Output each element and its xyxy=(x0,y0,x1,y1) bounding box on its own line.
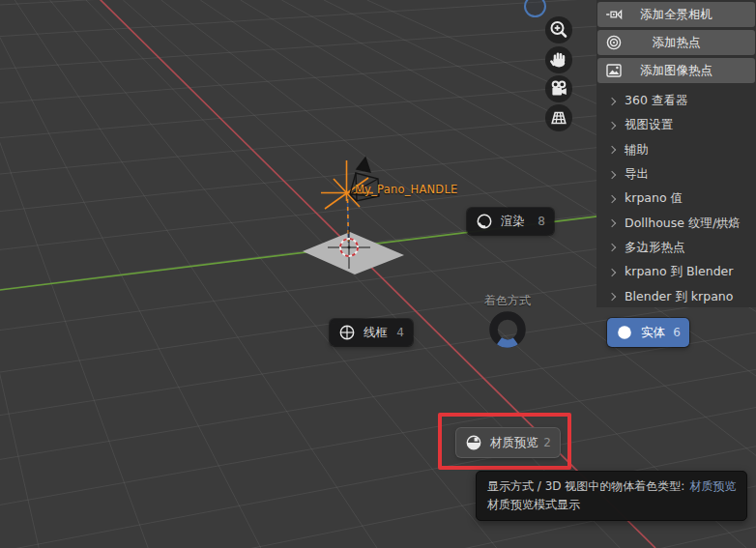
toggle-grid-ortho-button[interactable] xyxy=(545,104,572,131)
chevron-right-icon xyxy=(608,268,616,275)
zoom-icon xyxy=(545,16,572,43)
image-hotspot-icon xyxy=(605,62,623,79)
sidebar-item-export[interactable]: 导出 xyxy=(596,162,756,187)
chevron-right-icon xyxy=(608,97,616,104)
plane-object[interactable] xyxy=(303,232,404,274)
add-image-hotspot-button[interactable]: 添加图像热点 xyxy=(597,58,755,83)
sidebar-item-assist[interactable]: 辅助 xyxy=(596,138,756,162)
chevron-right-icon xyxy=(608,122,616,130)
add-image-hotspot-label: 添加图像热点 xyxy=(640,63,712,79)
pan-button[interactable] xyxy=(545,46,572,73)
add-panorama-camera-button[interactable]: 添加全景相机 xyxy=(597,2,755,27)
sidebar-item-view-settings[interactable]: 视图设置 xyxy=(596,113,756,137)
add-panorama-camera-label: 添加全景相机 xyxy=(640,7,712,23)
sidebar-item-polygon-hotspot[interactable]: 多边形热点 xyxy=(596,236,756,260)
sidebar-item-blender-to-krpano[interactable]: Blender 到 krpano xyxy=(596,284,756,308)
chevron-right-icon xyxy=(608,219,616,227)
sidebar-sections: 360 查看器 视图设置 辅助 导出 krpano 值 Dollhouse 纹理… xyxy=(596,89,756,309)
red-highlight-box xyxy=(438,413,571,470)
tooltip-line1: 显示方式 / 3D 视图中的物体着色类型:材质预览 xyxy=(487,477,736,496)
hotspot-target-icon xyxy=(605,34,623,51)
pie-item-label: 实体 xyxy=(641,325,665,341)
chevron-right-icon xyxy=(608,146,616,154)
solid-sphere-icon xyxy=(616,324,633,341)
add-hotspot-label: 添加热点 xyxy=(653,35,701,51)
sidebar-panel: 添加全景相机 添加热点 添加图像热点 360 查看器 xyxy=(596,0,756,307)
chevron-right-icon xyxy=(608,170,616,178)
object-name-label: My_Pano_HANDLE xyxy=(355,183,457,196)
orbit-gizmo-axis-ball[interactable] xyxy=(524,0,546,17)
pan-hand-icon xyxy=(545,46,572,73)
tooltip-line2: 材质预览模式显示 xyxy=(487,496,736,514)
zoom-button[interactable] xyxy=(545,16,572,43)
pie-item-label: 线框 xyxy=(363,325,388,341)
tooltip-value: 材质预览 xyxy=(689,479,736,493)
sidebar-item-krpano-values[interactable]: krpano 值 xyxy=(596,187,756,211)
grid-ortho-icon xyxy=(545,104,572,131)
chevron-right-icon xyxy=(608,293,616,301)
pie-item-wireframe[interactable]: 线框 4 xyxy=(330,319,413,346)
sidebar-item-dollhouse-bake[interactable]: Dollhouse 纹理/烘焙 xyxy=(596,211,756,235)
chevron-right-icon xyxy=(608,195,616,203)
sidebar-item-krpano-to-blender[interactable]: krpano 到 Blender xyxy=(596,260,756,284)
camera-view-button[interactable] xyxy=(545,75,572,102)
relationship-dashed-line xyxy=(348,199,349,243)
pie-item-hotkey: 8 xyxy=(538,215,545,228)
panorama-camera-icon xyxy=(605,6,623,23)
rendered-sphere-icon xyxy=(476,213,493,230)
tooltip: 显示方式 / 3D 视图中的物体着色类型:材质预览 材质预览模式显示 xyxy=(476,471,747,521)
3d-cursor[interactable] xyxy=(328,227,370,269)
pie-item-label: 渲染 xyxy=(501,214,525,230)
sidebar-item-360-viewer[interactable]: 360 查看器 xyxy=(596,89,756,113)
add-hotspot-button[interactable]: 添加热点 xyxy=(597,30,755,55)
pie-item-hotkey: 6 xyxy=(673,326,681,339)
pie-item-rendered[interactable]: 渲染 8 xyxy=(467,208,554,235)
pie-menu-ring[interactable] xyxy=(484,306,531,353)
pie-item-solid[interactable]: 实体 6 xyxy=(607,318,689,347)
camera-view-icon xyxy=(545,75,572,102)
pie-item-hotkey: 4 xyxy=(396,326,404,339)
blender-3d-viewport: My_Pano_HANDLE xyxy=(0,0,756,548)
wireframe-sphere-icon xyxy=(338,324,356,341)
chevron-right-icon xyxy=(608,244,616,251)
